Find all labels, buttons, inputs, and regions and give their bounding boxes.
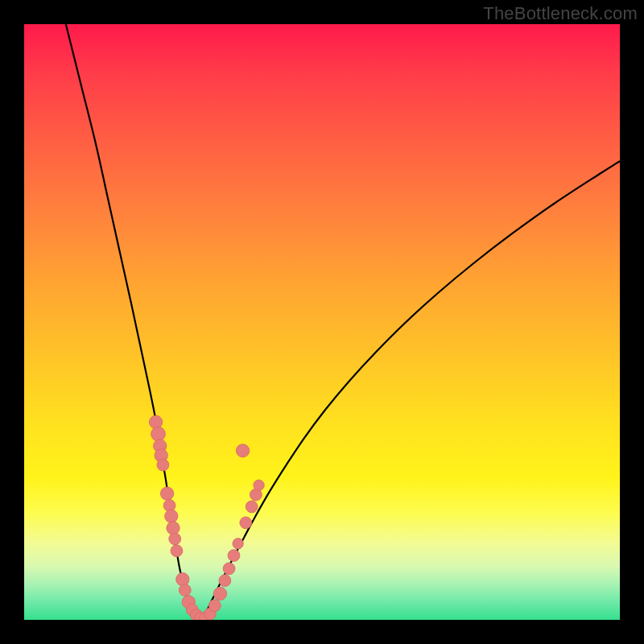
data-dots bbox=[149, 415, 264, 620]
data-dot bbox=[246, 501, 258, 513]
data-dot bbox=[219, 575, 231, 587]
data-dot bbox=[223, 563, 235, 575]
data-dot bbox=[149, 415, 162, 428]
data-dot bbox=[240, 517, 252, 529]
data-dot bbox=[160, 487, 173, 500]
data-dot bbox=[233, 539, 243, 549]
curve-left bbox=[66, 24, 203, 620]
data-dot bbox=[167, 522, 180, 535]
data-dot bbox=[236, 444, 249, 457]
data-dot bbox=[228, 550, 240, 562]
bottleneck-chart bbox=[24, 24, 620, 620]
watermark-text: TheBottleneck.com bbox=[483, 3, 638, 24]
data-dot bbox=[169, 533, 181, 545]
data-dot bbox=[165, 510, 178, 522]
frame: TheBottleneck.com bbox=[0, 0, 644, 644]
curve-right bbox=[203, 161, 620, 620]
data-dot bbox=[151, 427, 166, 441]
data-dot bbox=[213, 587, 226, 600]
data-dot bbox=[254, 480, 264, 490]
plot-area bbox=[24, 24, 620, 620]
data-dot bbox=[157, 459, 169, 471]
data-dot bbox=[176, 573, 189, 586]
data-dot bbox=[179, 584, 191, 597]
data-dot bbox=[208, 600, 221, 612]
data-dot bbox=[171, 545, 183, 557]
